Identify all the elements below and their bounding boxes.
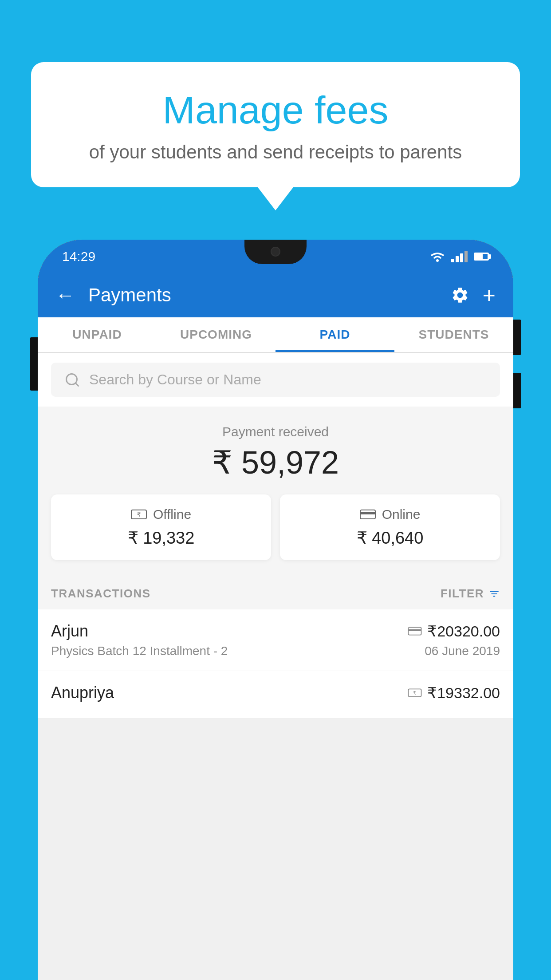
svg-text:₹: ₹ [137, 511, 141, 518]
transaction-row-bottom: Physics Batch 12 Installment - 2 06 June… [51, 644, 500, 658]
transaction-amount-wrapper: ₹ ₹19332.00 [408, 684, 500, 702]
search-input[interactable]: Search by Course or Name [89, 371, 261, 388]
payment-received-label: Payment received [51, 424, 500, 439]
status-icons [430, 251, 489, 262]
tab-unpaid[interactable]: UNPAID [38, 317, 157, 352]
tab-upcoming[interactable]: UPCOMING [157, 317, 276, 352]
offline-payment-icon: ₹ [131, 508, 147, 521]
phone-container: 14:29 [38, 240, 513, 980]
svg-rect-7 [409, 629, 421, 631]
add-button[interactable]: + [483, 282, 496, 308]
notch [244, 240, 307, 264]
transaction-course: Physics Batch 12 Installment - 2 [51, 644, 228, 658]
bubble-title: Manage fees [53, 89, 498, 132]
online-amount: ₹ 40,640 [357, 528, 424, 548]
payment-summary: Payment received ₹ 59,972 ₹ Offline [38, 407, 513, 578]
camera-dot [271, 247, 280, 257]
online-payment-icon [360, 508, 376, 521]
signal-icon [451, 251, 468, 262]
transaction-payment-icon: ₹ [408, 688, 422, 698]
tab-paid[interactable]: PAID [276, 317, 394, 352]
transactions-header: TRANSACTIONS FILTER [38, 578, 513, 609]
transaction-date: 06 June 2019 [425, 644, 500, 658]
transaction-amount-wrapper: ₹20320.00 [408, 622, 500, 640]
phone-screen: 14:29 [38, 240, 513, 980]
phone-side-right-top [513, 320, 521, 355]
settings-icon[interactable] [451, 286, 469, 304]
offline-card-header: ₹ Offline [131, 507, 191, 522]
status-bar: 14:29 [38, 240, 513, 273]
online-payment-card: Online ₹ 40,640 [280, 494, 500, 560]
tab-students[interactable]: STUDENTS [394, 317, 513, 352]
speech-bubble-container: Manage fees of your students and send re… [31, 62, 520, 187]
search-input-wrapper[interactable]: Search by Course or Name [51, 363, 500, 397]
search-icon [64, 372, 80, 388]
transactions-label: TRANSACTIONS [51, 587, 151, 601]
offline-label: Offline [153, 507, 191, 522]
back-button[interactable]: ← [55, 284, 75, 306]
header-title: Payments [88, 285, 437, 306]
transaction-amount: ₹20320.00 [427, 622, 500, 640]
transaction-row[interactable]: Anupriya ₹ ₹19332.00 [38, 671, 513, 719]
search-container: Search by Course or Name [38, 353, 513, 407]
transaction-name: Arjun [51, 622, 88, 640]
speech-bubble: Manage fees of your students and send re… [31, 62, 520, 187]
transaction-row-top: Arjun ₹20320.00 [51, 622, 500, 640]
phone-side-left [30, 337, 38, 391]
online-card-header: Online [360, 507, 421, 522]
transaction-row[interactable]: Arjun ₹20320.00 Physics Batch 12 Install… [38, 609, 513, 671]
transaction-amount: ₹19332.00 [427, 684, 500, 702]
svg-rect-5 [360, 512, 375, 514]
status-time: 14:29 [62, 249, 95, 264]
svg-text:₹: ₹ [413, 690, 417, 695]
app-header: ← Payments + [38, 273, 513, 317]
offline-amount: ₹ 19,332 [128, 528, 195, 548]
phone-frame: 14:29 [38, 240, 513, 980]
transaction-name: Anupriya [51, 684, 114, 702]
filter-button[interactable]: FILTER [441, 587, 500, 601]
tabs-bar: UNPAID UPCOMING PAID STUDENTS [38, 317, 513, 353]
offline-payment-card: ₹ Offline ₹ 19,332 [51, 494, 271, 560]
transaction-row-top: Anupriya ₹ ₹19332.00 [51, 684, 500, 702]
wifi-icon [430, 251, 445, 262]
filter-icon [488, 588, 500, 600]
transaction-payment-icon [408, 626, 422, 636]
online-label: Online [382, 507, 421, 522]
phone-side-right-bottom [513, 373, 521, 408]
payment-total-amount: ₹ 59,972 [51, 444, 500, 481]
svg-point-0 [436, 259, 439, 262]
battery-icon [474, 253, 489, 261]
filter-label: FILTER [441, 587, 484, 601]
bubble-subtitle: of your students and send receipts to pa… [53, 142, 498, 163]
payment-cards: ₹ Offline ₹ 19,332 [51, 494, 500, 560]
